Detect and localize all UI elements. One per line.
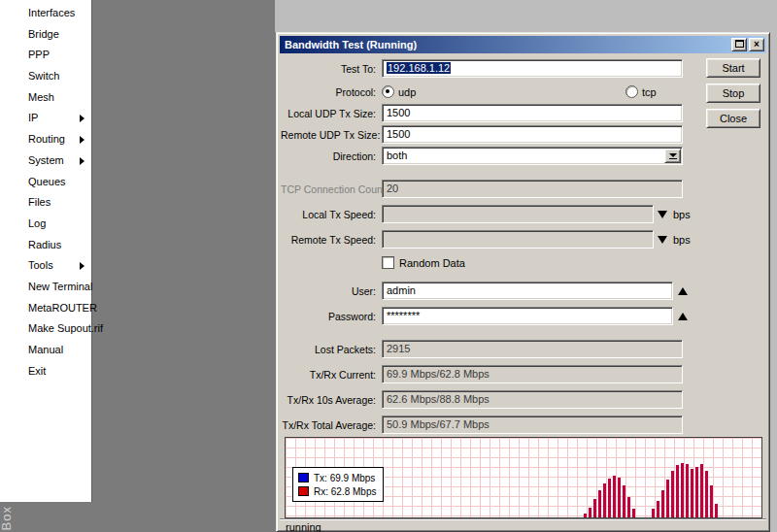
protocol-udp-radio[interactable]: udp [382, 85, 416, 98]
local-udp-tx-size-input[interactable]: 1500 [382, 104, 683, 122]
sidebar-item-bridge[interactable]: Bridge [0, 24, 91, 46]
random-data-checkbox[interactable]: Random Data [382, 256, 465, 269]
txrx-total-average-value-field: 50.9 Mbps/67.7 Mbps [382, 416, 683, 434]
dialog-titlebar[interactable]: Bandwidth Test (Running) × [280, 36, 766, 53]
rollup-button[interactable] [731, 38, 747, 51]
protocol-tcp-radio[interactable]: tcp [625, 85, 657, 98]
password-label: Password: [281, 311, 382, 322]
sidebar-item-label: Mesh [28, 91, 54, 103]
sidebar-item-label: PPP [28, 49, 50, 60]
chart-bar [623, 485, 625, 517]
txrx-current-value-field: 69.9 Mbps/62.8 Mbps [382, 365, 683, 383]
chart-bar [652, 509, 655, 517]
test-to-input[interactable]: 192.168.1.12 [382, 59, 683, 78]
chart-bar [589, 508, 591, 517]
row-random-data: Random Data [281, 253, 465, 272]
sidebar-item-manual[interactable]: Manual [0, 340, 91, 361]
sidebar-item-make-supout-rif[interactable]: Make Supout.rif [0, 318, 91, 340]
chart-bar [705, 471, 708, 517]
legend-item: Tx: 69.9 Mbps [298, 471, 376, 484]
lost-packets-value: 2915 [387, 343, 410, 354]
close-window-button[interactable]: × [749, 38, 764, 51]
sidebar-item-metarouter[interactable]: MetaROUTER [0, 298, 91, 319]
dropdown-bar-icon [669, 158, 677, 159]
remote-tx-speed-input [382, 230, 654, 249]
chart-bar [593, 499, 596, 517]
start-button[interactable]: Start [706, 58, 760, 78]
chart-bar [632, 509, 635, 517]
background-area-top [275, 0, 777, 32]
local-udp-tx-size-label: Local UDP Tx Size: [281, 108, 382, 119]
chart-bar [700, 464, 703, 517]
chevron-down-icon[interactable] [658, 211, 667, 218]
sidebar-item-queues[interactable]: Queues [0, 172, 91, 193]
lost-packets-label: Lost Packets: [281, 344, 382, 355]
status-bar: running [280, 518, 766, 532]
row-local-udp-tx-size: Local UDP Tx Size: 1500 [281, 104, 683, 122]
local-tx-speed-label: Local Tx Speed: [281, 209, 382, 220]
close-button[interactable]: Close [706, 109, 760, 128]
background-area-right [770, 32, 777, 532]
sidebar-item-label: Manual [28, 344, 63, 355]
row-user: User: admin [281, 282, 688, 300]
chevron-down-icon[interactable] [658, 236, 667, 244]
sidebar-item-interfaces[interactable]: Interfaces [0, 3, 91, 24]
chevron-up-icon[interactable] [678, 287, 688, 295]
user-input[interactable]: admin [382, 282, 673, 300]
tcp-connection-count-value: 20 [387, 183, 398, 194]
row-lost-packets: Lost Packets: 2915 [281, 340, 683, 358]
legend-item: Rx: 62.8 Mbps [298, 484, 376, 498]
password-input[interactable]: ******** [382, 307, 673, 325]
sidebar-item-files[interactable]: Files [0, 192, 91, 214]
txrx-current-label: Tx/Rx Current: [281, 369, 382, 381]
stop-button[interactable]: Stop [706, 83, 760, 103]
remote-udp-tx-size-input[interactable]: 1500 [382, 125, 683, 144]
sidebar-item-label: Make Supout.rif [28, 322, 103, 334]
sidebar-item-ppp[interactable]: PPP [0, 45, 91, 66]
chart-bar [686, 464, 689, 517]
sidebar-item-new-terminal[interactable]: New Terminal [0, 277, 91, 298]
dropdown-arrow-button[interactable] [664, 149, 681, 163]
sidebar-item-mesh[interactable]: Mesh [0, 87, 91, 109]
direction-dropdown[interactable]: both [382, 147, 683, 165]
tcp-connection-count-label: TCP Connection Count: [281, 183, 382, 195]
sidebar-item-routing[interactable]: Routing [0, 129, 91, 150]
txrx-total-average-value: 50.9 Mbps/67.7 Mbps [387, 418, 490, 430]
remote-tx-speed-label: Remote Tx Speed: [281, 234, 382, 246]
chart-bar [671, 471, 674, 517]
chart-bar [608, 479, 611, 517]
local-tx-speed-input [382, 205, 654, 223]
row-txrx-total-average: Tx/Rx Total Average: 50.9 Mbps/67.7 Mbps [281, 416, 683, 434]
throughput-chart: Tx: 69.9 MbpsRx: 62.8 Mbps [285, 437, 762, 518]
sidebar-item-ip[interactable]: IP [0, 108, 91, 129]
checkbox-unchecked-icon [382, 256, 394, 269]
local-tx-speed-unit: bps [673, 209, 691, 220]
dialog-buttons: Start Stop Close [706, 58, 760, 128]
password-value: ******** [387, 310, 420, 321]
txrx-10s-average-value: 62.6 Mbps/88.8 Mbps [387, 393, 490, 405]
chart-bar [613, 476, 616, 517]
sidebar-item-system[interactable]: System [0, 150, 91, 172]
sidebar-item-label: Radius [28, 239, 61, 250]
sidebar-item-label: IP [28, 112, 38, 123]
user-value: admin [387, 284, 416, 296]
legend-swatch-icon [298, 473, 309, 482]
sidebar-item-label: MetaROUTER [28, 302, 97, 314]
sidebar-item-exit[interactable]: Exit [0, 361, 91, 382]
chevron-right-icon [80, 262, 84, 270]
txrx-10s-average-value-field: 62.6 Mbps/88.8 Mbps [382, 390, 683, 409]
protocol-udp-label: udp [398, 86, 416, 98]
sidebar-item-radius[interactable]: Radius [0, 235, 91, 256]
chart-bar [598, 490, 601, 517]
rollup-icon [735, 40, 744, 48]
winbox-watermark: Box [0, 506, 14, 530]
sidebar-item-tools[interactable]: Tools [0, 255, 91, 277]
sidebar-item-label: Files [28, 196, 51, 208]
chart-bars [584, 463, 718, 517]
sidebar-item-label: System [28, 154, 64, 166]
chevron-right-icon [80, 115, 84, 122]
chevron-up-icon[interactable] [678, 313, 688, 320]
sidebar-item-switch[interactable]: Switch [0, 66, 91, 87]
sidebar-item-label: Exit [28, 365, 46, 377]
sidebar-item-log[interactable]: Log [0, 214, 91, 235]
